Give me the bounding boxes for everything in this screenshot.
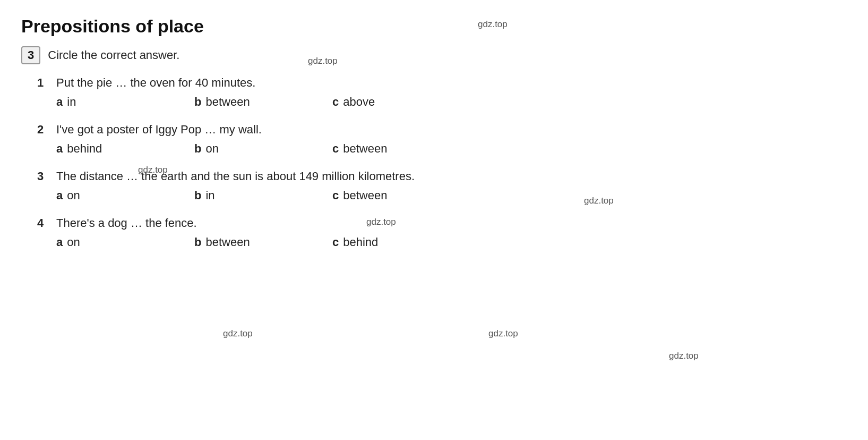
answers-row-3: aonbincbetween: [56, 189, 847, 202]
answer-option-1-b: bbetween: [194, 95, 332, 109]
answer-option-2-c: cbetween: [332, 142, 470, 156]
page-title: Prepositions of place: [21, 16, 847, 37]
answer-option-3-a: aon: [56, 189, 194, 202]
watermark-4: gdz.top: [584, 196, 614, 206]
answer-letter-4-b: b: [194, 235, 201, 249]
answer-letter-3-a: a: [56, 189, 63, 202]
answer-text-4-a: on: [67, 235, 80, 249]
question-sentence-1: Put the pie … the oven for 40 minutes.: [56, 76, 255, 90]
exercise-instruction: Circle the correct answer.: [48, 48, 179, 62]
question-num-2: 2: [37, 123, 50, 137]
watermark-8: gdz.top: [669, 351, 699, 361]
answer-option-1-a: ain: [56, 95, 194, 109]
answer-letter-3-b: b: [194, 189, 201, 202]
answer-letter-3-c: c: [332, 189, 339, 202]
answer-option-4-a: aon: [56, 235, 194, 249]
answer-letter-2-c: c: [332, 142, 339, 156]
answer-option-3-b: bin: [194, 189, 332, 202]
answer-letter-2-a: a: [56, 142, 63, 156]
answers-row-2: abehindboncbetween: [56, 142, 847, 156]
answer-text-3-c: between: [343, 189, 387, 202]
answer-text-3-b: in: [205, 189, 214, 202]
question-block-1: 1Put the pie … the oven for 40 minutes.a…: [37, 76, 847, 109]
answer-option-4-c: cbehind: [332, 235, 470, 249]
answer-text-4-c: behind: [343, 235, 378, 249]
answer-letter-4-a: a: [56, 235, 63, 249]
questions-container: 1Put the pie … the oven for 40 minutes.a…: [37, 76, 847, 249]
answer-text-1-c: above: [343, 95, 375, 109]
answer-letter-2-b: b: [194, 142, 201, 156]
question-text-4: 4There's a dog … the fence.: [37, 216, 847, 230]
question-block-2: 2I've got a poster of Iggy Pop … my wall…: [37, 123, 847, 156]
question-text-1: 1Put the pie … the oven for 40 minutes.: [37, 76, 847, 90]
question-num-4: 4: [37, 216, 50, 230]
answer-text-2-b: on: [205, 142, 218, 156]
watermark-2: gdz.top: [308, 56, 338, 66]
question-sentence-4: There's a dog … the fence.: [56, 216, 197, 230]
answer-letter-1-b: b: [194, 95, 201, 109]
question-num-1: 1: [37, 76, 50, 90]
answer-text-4-b: between: [205, 235, 250, 249]
answer-text-2-c: between: [343, 142, 387, 156]
watermark-7: gdz.top: [488, 328, 518, 339]
answer-text-2-a: behind: [67, 142, 102, 156]
answer-letter-1-c: c: [332, 95, 339, 109]
watermark-3: gdz.top: [138, 165, 168, 175]
answers-row-4: aonbbetweencbehind: [56, 235, 847, 249]
question-block-4: 4There's a dog … the fence.aonbbetweencb…: [37, 216, 847, 249]
watermark-1: gdz.top: [478, 19, 508, 30]
question-sentence-3: The distance … the earth and the sun is …: [56, 170, 415, 183]
question-sentence-2: I've got a poster of Iggy Pop … my wall.: [56, 123, 262, 137]
answer-option-2-a: abehind: [56, 142, 194, 156]
answer-text-1-a: in: [67, 95, 76, 109]
answer-option-1-c: cabove: [332, 95, 470, 109]
watermark-6: gdz.top: [223, 328, 253, 339]
answer-option-3-c: cbetween: [332, 189, 470, 202]
answer-text-3-a: on: [67, 189, 80, 202]
answer-option-2-b: bon: [194, 142, 332, 156]
exercise-number: 3: [21, 46, 40, 64]
answer-letter-1-a: a: [56, 95, 63, 109]
answer-text-1-b: between: [205, 95, 250, 109]
question-text-2: 2I've got a poster of Iggy Pop … my wall…: [37, 123, 847, 137]
watermark-5: gdz.top: [366, 217, 396, 227]
answer-letter-4-c: c: [332, 235, 339, 249]
question-num-3: 3: [37, 170, 50, 183]
exercise-header: 3 Circle the correct answer.: [21, 46, 847, 64]
answer-option-4-b: bbetween: [194, 235, 332, 249]
answers-row-1: ainbbetweencabove: [56, 95, 847, 109]
